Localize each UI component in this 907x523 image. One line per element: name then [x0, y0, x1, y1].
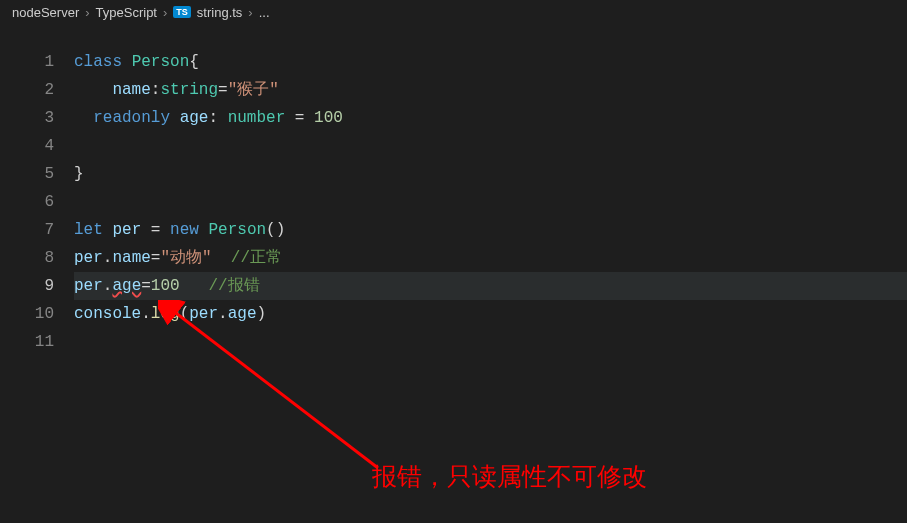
code-line: console.log(per.age) — [74, 300, 907, 328]
line-number[interactable]: 7 — [0, 216, 54, 244]
typescript-file-icon: TS — [173, 6, 191, 18]
chevron-right-icon: › — [85, 5, 89, 20]
line-number[interactable]: 10 — [0, 300, 54, 328]
error-token: age — [112, 277, 141, 295]
code-line: class Person{ — [74, 48, 907, 76]
chevron-right-icon: › — [163, 5, 167, 20]
breadcrumb-file[interactable]: string.ts — [197, 5, 243, 20]
line-number[interactable]: 4 — [0, 132, 54, 160]
breadcrumb-more[interactable]: ... — [259, 5, 270, 20]
line-gutter: 1 2 3 4 5 6 7 8 9 10 11 — [0, 48, 74, 356]
code-line: name:string="猴子" — [74, 76, 907, 104]
line-number[interactable]: 5 — [0, 160, 54, 188]
line-number[interactable]: 8 — [0, 244, 54, 272]
line-number[interactable]: 3 — [0, 104, 54, 132]
code-line — [74, 132, 907, 160]
line-number[interactable]: 1 — [0, 48, 54, 76]
code-editor[interactable]: 1 2 3 4 5 6 7 8 9 10 11 class Person{ na… — [0, 24, 907, 356]
annotation-text: 报错，只读属性不可修改 — [372, 460, 647, 493]
line-number[interactable]: 2 — [0, 76, 54, 104]
code-line: readonly age: number = 100 — [74, 104, 907, 132]
code-line: } — [74, 160, 907, 188]
chevron-right-icon: › — [248, 5, 252, 20]
breadcrumb-folder[interactable]: nodeServer — [12, 5, 79, 20]
code-line: per.name="动物" //正常 — [74, 244, 907, 272]
line-number[interactable]: 6 — [0, 188, 54, 216]
code-line-active: per.age=100 //报错 — [74, 272, 907, 300]
breadcrumb-folder[interactable]: TypeScript — [96, 5, 157, 20]
code-line: let per = new Person() — [74, 216, 907, 244]
breadcrumb: nodeServer › TypeScript › TS string.ts ›… — [0, 0, 907, 24]
line-number[interactable]: 9 — [0, 272, 54, 300]
code-content[interactable]: class Person{ name:string="猴子" readonly … — [74, 48, 907, 356]
code-line — [74, 188, 907, 216]
line-number[interactable]: 11 — [0, 328, 54, 356]
code-line — [74, 328, 907, 356]
